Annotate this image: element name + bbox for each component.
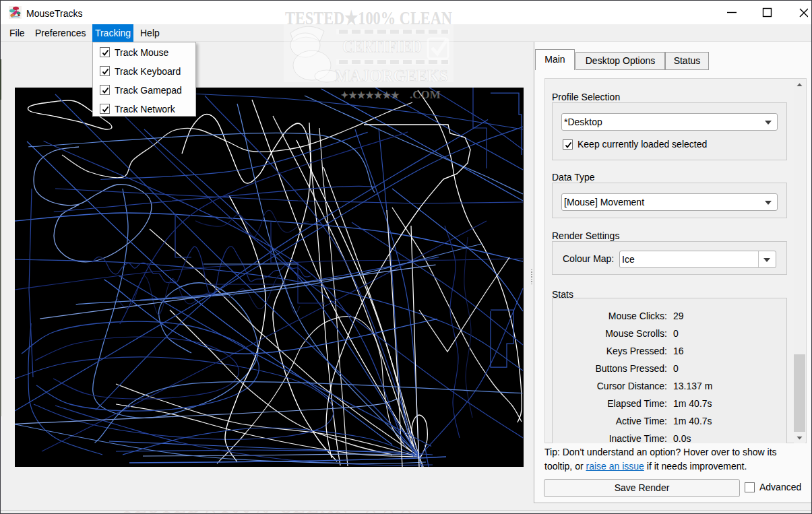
svg-text:MAJORGEEKS: MAJORGEEKS [335,66,448,86]
